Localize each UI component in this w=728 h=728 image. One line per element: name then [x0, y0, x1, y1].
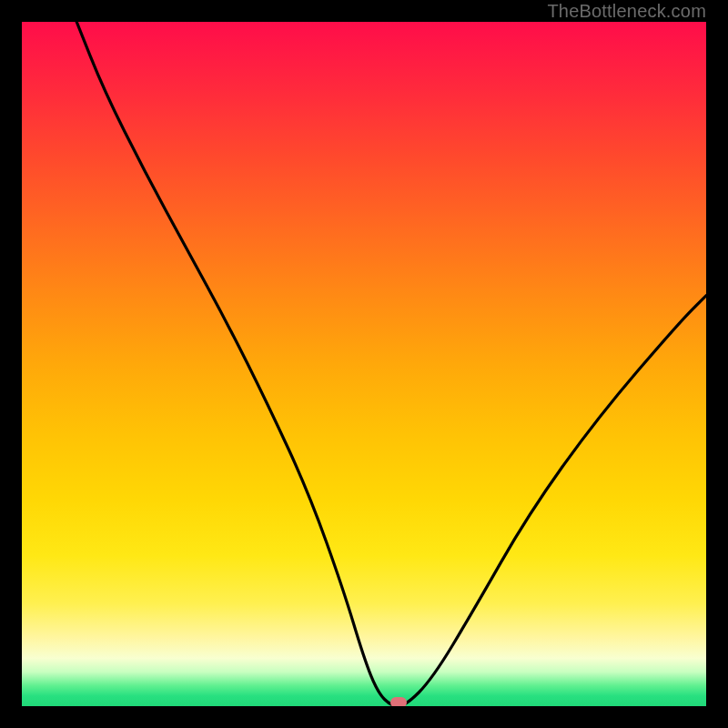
bottleneck-curve [22, 22, 706, 706]
chart-frame: TheBottleneck.com [0, 0, 728, 728]
minimum-marker [390, 697, 407, 706]
watermark-text: TheBottleneck.com [547, 1, 706, 22]
plot-area [22, 22, 706, 706]
curve-path [76, 22, 706, 706]
